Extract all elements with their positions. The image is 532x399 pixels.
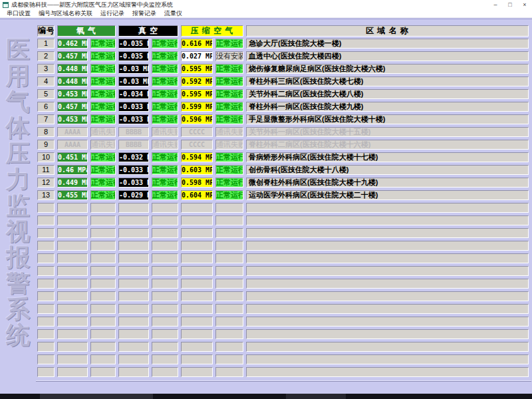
row-number-cell: 4 [37,76,55,86]
compressed-air-status-cell: 没有安装 [215,51,243,61]
vacuum-status-cell [152,215,178,225]
vacuum-status-cell [152,354,178,364]
oxygen-value-cell: 0.449 MPa [57,178,88,188]
row-number-cell: 8 [37,127,55,137]
table-row-empty [37,279,529,289]
oxygen-status-cell [90,367,116,377]
vacuum-status-cell: 正常运行 [152,76,178,86]
window-title: 成都俊驰科技——新医六附院医气压力区域报警中央监控系统 [11,1,488,9]
oxygen-value-cell [57,291,88,301]
sidebar-title: 医用气体压力监视报警系统 [0,19,36,394]
vacuum-status-cell [152,228,178,238]
compressed-air-status-cell [215,266,243,276]
compressed-air-status-cell [215,304,243,314]
sidebar-title-char: 力 [0,166,36,192]
row-number-cell [37,304,55,314]
monitor-table: 编号 氧 气 真 空 压 缩 空 气 区 域 名 称 10.462 MPa正常运… [37,25,529,380]
oxygen-value-cell: AAAA [57,127,88,137]
menu-item-3[interactable]: 报警记录 [128,9,160,18]
vacuum-value-cell [118,241,149,251]
vacuum-value-cell [118,266,149,276]
menu-item-2[interactable]: 运行记录 [96,9,128,18]
compressed-air-value-cell [181,266,213,276]
oxygen-value-cell [57,203,88,213]
region-name-cell: 关节外科一病区(医技住院大楼十五楼) [246,127,529,137]
vacuum-status-cell: 正常运行 [152,51,178,61]
oxygen-status-cell [90,215,116,225]
compressed-air-value-cell: 0.592 MPa [181,76,213,86]
oxygen-value-cell [57,317,88,327]
oxygen-value-cell [57,215,88,225]
table-header-row: 编号 氧 气 真 空 压 缩 空 气 区 域 名 称 [37,25,529,37]
oxygen-status-cell: 正常运行 [90,51,116,61]
oxygen-status-cell: 通讯失败 [90,127,116,137]
oxygen-value-cell: 0.46 MPa [57,165,88,175]
header-compressed-air: 压 缩 空 气 [181,25,243,37]
table-row-empty [37,354,529,364]
table-row-empty [37,253,529,263]
menu-item-4[interactable]: 流量仪 [160,9,186,18]
vacuum-status-cell [152,241,178,251]
vacuum-value-cell [118,279,149,289]
region-name-cell: 脊柱外科二病区(医技住院大楼十六楼) [246,140,529,150]
region-name-cell [246,253,529,263]
oxygen-value-cell: AAAA [57,140,88,150]
vacuum-status-cell: 通讯失败 [152,140,178,150]
vacuum-value-cell: -0.03 MPa [118,64,149,74]
table-row-empty [37,203,529,213]
oxygen-value-cell: 0.448 MPa [57,64,88,74]
row-number-cell [37,342,55,352]
row-number-cell [37,203,55,213]
title-bar: 成都俊驰科技——新医六附院医气压力区域报警中央监控系统 – □ × [0,0,532,9]
region-name-cell [246,266,529,276]
region-name-cell: 脊柱外科三病区(医技住院大楼七楼) [246,76,529,86]
vacuum-status-cell [152,291,178,301]
compressed-air-status-cell [215,203,243,213]
table-row-empty [37,317,529,327]
region-name-cell [246,279,529,289]
maximize-button[interactable]: □ [503,0,517,9]
oxygen-status-cell [90,253,116,263]
table-row: 20.457 MPa正常运行-0.035 MPa正常运行0.027 MPa没有安… [37,51,529,61]
compressed-air-value-cell: 0.594 MPa [181,152,213,162]
row-number-cell [37,329,55,339]
region-name-cell [246,215,529,225]
oxygen-status-cell [90,241,116,251]
row-number-cell [37,279,55,289]
sidebar-title-char: 压 [0,140,36,166]
row-number-cell: 11 [37,165,55,175]
compressed-air-status-cell: 正常运行 [215,39,243,49]
row-number-cell: 12 [37,178,55,188]
compressed-air-value-cell: CCCC [181,140,213,150]
oxygen-value-cell [57,354,88,364]
row-number-cell [37,241,55,251]
menu-item-0[interactable]: 串口设置 [3,9,35,18]
compressed-air-value-cell: 0.604 MPa [181,190,213,200]
row-number-cell [37,228,55,238]
oxygen-value-cell: 0.451 MPa [57,152,88,162]
row-number-cell [37,367,55,377]
table-body: 10.462 MPa正常运行-0.035 MPa正常运行0.616 MPa正常运… [37,39,529,377]
table-row-empty [37,304,529,314]
row-number-cell: 1 [37,39,55,49]
close-button[interactable]: × [517,0,532,9]
compressed-air-status-cell [215,228,243,238]
menu-item-1[interactable]: 编号与区域名称关联 [35,9,96,18]
vacuum-value-cell [118,215,149,225]
compressed-air-status-cell: 通讯失败 [215,127,243,137]
vacuum-status-cell [152,367,178,377]
oxygen-value-cell: 0.453 MPa [57,114,88,124]
vacuum-value-cell: BBBB [118,140,149,150]
table-row: 30.448 MPa正常运行-0.03 MPa正常运行0.595 MPa正常运行… [37,64,529,74]
compressed-air-status-cell [215,241,243,251]
vacuum-value-cell: -0.034 MPa [118,89,149,99]
vacuum-value-cell: -0.035 MPa [118,51,149,61]
region-name-cell [246,203,529,213]
vacuum-status-cell [152,329,178,339]
region-name-cell [246,304,529,314]
minimize-button[interactable]: – [488,0,503,9]
vacuum-status-cell: 正常运行 [152,102,178,112]
vacuum-value-cell [118,367,149,377]
vacuum-value-cell [118,329,149,339]
vacuum-status-cell: 正常运行 [152,39,178,49]
